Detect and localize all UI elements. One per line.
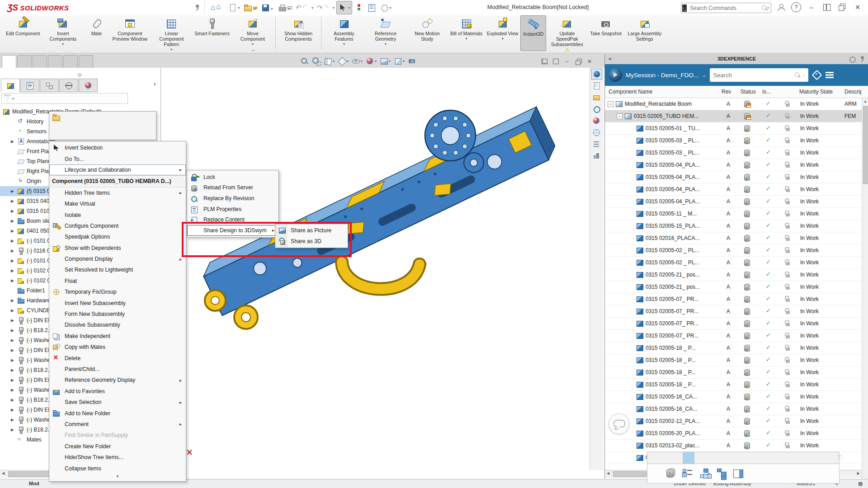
panel-tab[interactable] (683, 452, 694, 464)
context-menu-item[interactable]: Collapse Items (49, 463, 186, 474)
table-row[interactable]: 0315 02005-18 _ P... A In Work (605, 366, 862, 379)
view-tool-button[interactable] (394, 57, 405, 66)
col-status[interactable]: Status (741, 89, 756, 95)
table-row[interactable]: 0315 02005-04_PLA... A In Work (605, 183, 862, 196)
close-button[interactable]: ✕ (853, 2, 863, 12)
ribbon-button[interactable]: Take Snapshot (588, 15, 623, 51)
expand-arrow-icon[interactable]: ▶ (11, 328, 17, 333)
expand-arrow-icon[interactable]: ▶ (11, 338, 17, 343)
col-rev[interactable]: Rev (722, 89, 731, 95)
quick-access-button[interactable] (242, 1, 259, 14)
context-tool-icon[interactable] (72, 113, 81, 124)
context-menu-item[interactable]: Isolate (49, 209, 186, 220)
context-menu-item[interactable]: Hide/Show Tree Items... (49, 452, 186, 463)
panel-tool-button[interactable]: ▾ (716, 468, 726, 479)
table-row[interactable]: 0315 02002-12_PLA... A In Work (605, 415, 862, 427)
tree-filter[interactable]: ▾ (1, 93, 128, 104)
scroll-left-icon[interactable]: ◀ (2, 471, 5, 475)
tab-propertymanager[interactable] (20, 79, 39, 92)
expand-arrow-icon[interactable]: ▶ (11, 258, 17, 263)
ribbon-button[interactable]: Large Assembly Settings (624, 15, 665, 51)
table-row[interactable]: 0315 02005-11 _ M... A In Work (605, 208, 862, 220)
submenu-item[interactable]: Share Design to 3DSwym (187, 225, 278, 236)
submenu-item[interactable]: Reload From Server (187, 183, 278, 193)
expand-arrow-icon[interactable]: ▶ (11, 249, 17, 253)
col-component-name[interactable]: Component Name (609, 89, 652, 95)
ribbon-button[interactable]: Bill of Materials (448, 15, 485, 51)
panel-menu-icon[interactable] (826, 71, 835, 79)
search-icon[interactable] (761, 5, 765, 12)
quick-access-button[interactable] (316, 1, 336, 14)
expand-arrow-icon[interactable]: ▶ (11, 348, 17, 352)
table-row[interactable]: 0315 02005-07_ PR... A In Work (605, 305, 862, 318)
task-pane-tab[interactable] (591, 104, 602, 115)
expand-arrow-icon[interactable]: ▶ (11, 368, 17, 372)
quick-access-button[interactable] (259, 1, 275, 14)
submenu-item[interactable]: Replace Content (187, 214, 278, 225)
table-row[interactable]: 0315 02005-03 _ PL... A In Work (605, 147, 862, 159)
task-pane-tab[interactable] (591, 92, 602, 103)
row-expander-icon[interactable] (608, 101, 613, 107)
submenu-item[interactable]: Lock (187, 172, 278, 183)
table-row[interactable]: 0315 02005-07_ PR... A In Work (605, 293, 862, 305)
panel-tab[interactable] (671, 452, 683, 464)
pin-menubar-icon[interactable] (193, 4, 201, 11)
expand-arrow-icon[interactable]: ▶ (11, 318, 17, 323)
graphics-viewport[interactable] (161, 68, 590, 470)
view-tool-button[interactable] (324, 57, 335, 66)
doc-pane-right-icon[interactable] (552, 58, 559, 65)
doc-close-icon[interactable]: ✕ (586, 58, 593, 65)
context-menu-item[interactable]: Configure Component (49, 221, 186, 231)
ribbon-button[interactable]: Assembly Features (323, 15, 365, 51)
view-tool-button[interactable] (338, 57, 349, 66)
expand-arrow-icon[interactable]: ▶ (11, 268, 17, 273)
context-menu-item[interactable]: Parent/Child... (49, 364, 186, 375)
panel-pin-icon[interactable] (859, 56, 866, 63)
context-menu-item[interactable]: Delete (49, 352, 186, 363)
table-row[interactable]: 0315 02005-04_PLA... A In Work (605, 159, 862, 171)
quick-access-button[interactable] (276, 1, 293, 14)
table-vertical-scrollbar[interactable]: ▲ (862, 98, 868, 488)
context-menu-item[interactable]: Add to New Folder (49, 408, 186, 418)
task-pane-tab[interactable] (591, 151, 602, 162)
context-menu-item[interactable]: Add to Favorites (49, 386, 186, 397)
expand-arrow-icon[interactable]: ▶ (11, 298, 17, 303)
split-view-button[interactable] (822, 2, 832, 12)
panel-settings-icon[interactable] (849, 56, 856, 63)
tab-featuremanager[interactable] (1, 79, 20, 92)
ribbon-button[interactable]: Reference Geometry (365, 15, 406, 51)
expand-arrow-icon[interactable]: ▶ (11, 209, 17, 213)
ribbon-button[interactable]: Move Component (232, 15, 274, 51)
session-dropdown-icon[interactable]: ⌄ (702, 73, 706, 78)
table-row[interactable]: 0315 02005-02 _ PL... A In Work (605, 257, 862, 269)
quick-access-button[interactable] (378, 1, 393, 14)
table-row[interactable]: 0315 02005-04_PLA... A In Work (605, 196, 862, 208)
share-submenu-item[interactable]: Share as Picture (275, 225, 348, 236)
ribbon-button[interactable]: Linear Component Pattern (151, 15, 192, 51)
table-row[interactable]: 0315 02005-20_PLA... A In Work (605, 427, 862, 440)
context-menu-item[interactable]: Insert New Subassembly (49, 297, 186, 308)
table-row[interactable]: 0315 02005-04_PLA... A In Work (605, 171, 862, 183)
row-expander-icon[interactable] (617, 113, 623, 119)
ribbon-button[interactable]: Component Preview Window (109, 15, 151, 51)
quick-access-button[interactable] (353, 1, 365, 14)
status-grid-icon[interactable]: ▦ (858, 481, 863, 487)
ribbon-button[interactable]: Mate (84, 15, 109, 51)
context-tool-icon[interactable] (124, 113, 133, 124)
context-tool-icon[interactable] (134, 113, 143, 124)
ribbon-button[interactable]: Smart Fasteners (192, 15, 232, 51)
expand-arrow-icon[interactable]: ▶ (11, 358, 17, 362)
context-tool-icon[interactable] (83, 113, 92, 124)
table-row[interactable]: 0315 02005-16_CA... A In Work (605, 403, 862, 415)
panel-tool-button[interactable] (682, 468, 693, 479)
table-row[interactable]: 0315 02005-07_ PR... A In Work (605, 318, 862, 330)
view-tool-button[interactable] (408, 57, 416, 66)
filter-dropdown-icon[interactable]: ▾ (12, 97, 14, 101)
table-row[interactable]: 0315 02005-21_ pos... A In Work (605, 269, 862, 281)
context-menu-item[interactable]: Speedpak Options (49, 231, 186, 242)
context-tool-icon[interactable] (62, 113, 71, 124)
tab-dimxpertmanager[interactable] (59, 79, 78, 92)
context-menu-item[interactable]: Copy with Mates (49, 342, 186, 352)
context-tool-icon[interactable] (113, 113, 123, 124)
context-menu-item[interactable]: Lifecycle and Collaboration (49, 164, 186, 175)
